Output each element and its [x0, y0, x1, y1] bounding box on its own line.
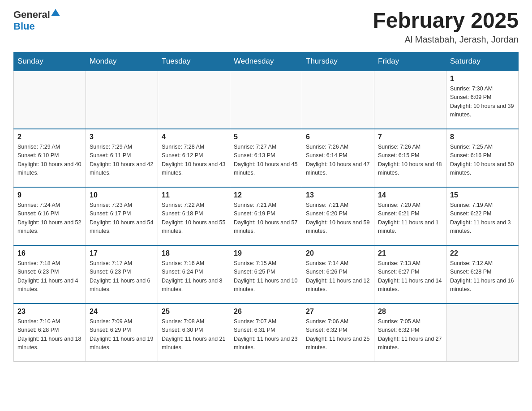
calendar-cell: 16Sunrise: 7:18 AM Sunset: 6:23 PM Dayli…	[14, 245, 86, 304]
day-number: 12	[234, 191, 298, 199]
day-info: Sunrise: 7:18 AM Sunset: 6:23 PM Dayligh…	[17, 259, 82, 294]
calendar-cell: 21Sunrise: 7:13 AM Sunset: 6:27 PM Dayli…	[374, 245, 446, 304]
calendar-cell	[230, 71, 302, 129]
calendar-cell	[86, 71, 158, 129]
calendar-cell	[302, 71, 374, 129]
calendar-cell	[158, 71, 230, 129]
day-info: Sunrise: 7:29 AM Sunset: 6:11 PM Dayligh…	[90, 143, 154, 178]
calendar-table: SundayMondayTuesdayWednesdayThursdayFrid…	[13, 52, 519, 362]
calendar-cell: 15Sunrise: 7:19 AM Sunset: 6:22 PM Dayli…	[446, 187, 519, 245]
day-info: Sunrise: 7:05 AM Sunset: 6:32 PM Dayligh…	[378, 317, 442, 352]
day-info: Sunrise: 7:19 AM Sunset: 6:22 PM Dayligh…	[450, 201, 515, 236]
col-header-tuesday: Tuesday	[158, 52, 230, 71]
calendar-cell: 23Sunrise: 7:10 AM Sunset: 6:28 PM Dayli…	[14, 304, 86, 362]
day-info: Sunrise: 7:29 AM Sunset: 6:10 PM Dayligh…	[17, 143, 82, 178]
day-info: Sunrise: 7:06 AM Sunset: 6:32 PM Dayligh…	[306, 317, 370, 352]
calendar-cell: 6Sunrise: 7:26 AM Sunset: 6:14 PM Daylig…	[302, 129, 374, 187]
calendar-cell: 14Sunrise: 7:20 AM Sunset: 6:21 PM Dayli…	[374, 187, 446, 245]
day-number: 13	[306, 191, 370, 199]
day-info: Sunrise: 7:30 AM Sunset: 6:09 PM Dayligh…	[450, 85, 515, 120]
calendar-cell: 11Sunrise: 7:22 AM Sunset: 6:18 PM Dayli…	[158, 187, 230, 245]
calendar-cell: 26Sunrise: 7:07 AM Sunset: 6:31 PM Dayli…	[230, 304, 302, 362]
day-info: Sunrise: 7:17 AM Sunset: 6:23 PM Dayligh…	[90, 259, 154, 294]
day-info: Sunrise: 7:08 AM Sunset: 6:30 PM Dayligh…	[162, 317, 226, 352]
calendar-cell	[374, 71, 446, 129]
day-info: Sunrise: 7:24 AM Sunset: 6:16 PM Dayligh…	[17, 201, 82, 236]
calendar-cell: 27Sunrise: 7:06 AM Sunset: 6:32 PM Dayli…	[302, 304, 374, 362]
calendar-cell: 9Sunrise: 7:24 AM Sunset: 6:16 PM Daylig…	[14, 187, 86, 245]
day-number: 23	[17, 308, 82, 316]
day-info: Sunrise: 7:26 AM Sunset: 6:14 PM Dayligh…	[306, 143, 370, 178]
day-info: Sunrise: 7:23 AM Sunset: 6:17 PM Dayligh…	[90, 201, 154, 236]
day-number: 11	[162, 191, 226, 199]
day-number: 25	[162, 308, 226, 316]
day-info: Sunrise: 7:20 AM Sunset: 6:21 PM Dayligh…	[378, 201, 442, 236]
logo-general: General	[13, 9, 50, 21]
calendar-cell: 13Sunrise: 7:21 AM Sunset: 6:20 PM Dayli…	[302, 187, 374, 245]
calendar-cell: 24Sunrise: 7:09 AM Sunset: 6:29 PM Dayli…	[86, 304, 158, 362]
day-info: Sunrise: 7:14 AM Sunset: 6:26 PM Dayligh…	[306, 259, 370, 294]
calendar-cell: 18Sunrise: 7:16 AM Sunset: 6:24 PM Dayli…	[158, 245, 230, 304]
col-header-wednesday: Wednesday	[230, 52, 302, 71]
day-info: Sunrise: 7:16 AM Sunset: 6:24 PM Dayligh…	[162, 259, 226, 294]
day-number: 16	[17, 249, 82, 257]
day-number: 20	[306, 249, 370, 257]
day-info: Sunrise: 7:09 AM Sunset: 6:29 PM Dayligh…	[90, 317, 154, 352]
day-info: Sunrise: 7:21 AM Sunset: 6:19 PM Dayligh…	[234, 201, 298, 236]
day-info: Sunrise: 7:22 AM Sunset: 6:18 PM Dayligh…	[162, 201, 226, 236]
day-info: Sunrise: 7:13 AM Sunset: 6:27 PM Dayligh…	[378, 259, 442, 294]
day-number: 2	[17, 133, 82, 141]
day-number: 18	[162, 249, 226, 257]
logo: General Blue	[13, 9, 60, 33]
day-info: Sunrise: 7:07 AM Sunset: 6:31 PM Dayligh…	[234, 317, 298, 352]
calendar-cell: 22Sunrise: 7:12 AM Sunset: 6:28 PM Dayli…	[446, 245, 519, 304]
day-info: Sunrise: 7:28 AM Sunset: 6:12 PM Dayligh…	[162, 143, 226, 178]
calendar-cell: 28Sunrise: 7:05 AM Sunset: 6:32 PM Dayli…	[374, 304, 446, 362]
day-number: 15	[450, 191, 515, 199]
day-number: 17	[90, 249, 154, 257]
day-number: 28	[378, 308, 442, 316]
logo-arrow-icon	[51, 8, 60, 19]
title-block: February 2025 Al Mastabah, Jerash, Jorda…	[373, 9, 519, 45]
col-header-sunday: Sunday	[14, 52, 86, 71]
day-number: 5	[234, 133, 298, 141]
calendar-cell: 12Sunrise: 7:21 AM Sunset: 6:19 PM Dayli…	[230, 187, 302, 245]
calendar-cell: 1Sunrise: 7:30 AM Sunset: 6:09 PM Daylig…	[446, 71, 519, 129]
day-number: 8	[450, 133, 515, 141]
calendar-cell: 3Sunrise: 7:29 AM Sunset: 6:11 PM Daylig…	[86, 129, 158, 187]
calendar-cell: 10Sunrise: 7:23 AM Sunset: 6:17 PM Dayli…	[86, 187, 158, 245]
day-number: 24	[90, 308, 154, 316]
calendar-title: February 2025	[373, 9, 519, 33]
col-header-thursday: Thursday	[302, 52, 374, 71]
calendar-subtitle: Al Mastabah, Jerash, Jordan	[373, 34, 519, 45]
calendar-cell: 5Sunrise: 7:27 AM Sunset: 6:13 PM Daylig…	[230, 129, 302, 187]
svg-marker-0	[51, 9, 60, 16]
calendar-cell: 19Sunrise: 7:15 AM Sunset: 6:25 PM Dayli…	[230, 245, 302, 304]
calendar-cell: 4Sunrise: 7:28 AM Sunset: 6:12 PM Daylig…	[158, 129, 230, 187]
calendar-cell: 17Sunrise: 7:17 AM Sunset: 6:23 PM Dayli…	[86, 245, 158, 304]
day-info: Sunrise: 7:12 AM Sunset: 6:28 PM Dayligh…	[450, 259, 515, 294]
day-number: 3	[90, 133, 154, 141]
day-number: 7	[378, 133, 442, 141]
day-number: 27	[306, 308, 370, 316]
calendar-cell: 25Sunrise: 7:08 AM Sunset: 6:30 PM Dayli…	[158, 304, 230, 362]
day-number: 21	[378, 249, 442, 257]
calendar-cell	[14, 71, 86, 129]
calendar-cell: 20Sunrise: 7:14 AM Sunset: 6:26 PM Dayli…	[302, 245, 374, 304]
calendar-cell: 2Sunrise: 7:29 AM Sunset: 6:10 PM Daylig…	[14, 129, 86, 187]
day-info: Sunrise: 7:25 AM Sunset: 6:16 PM Dayligh…	[450, 143, 515, 178]
day-number: 6	[306, 133, 370, 141]
day-number: 10	[90, 191, 154, 199]
calendar-cell: 7Sunrise: 7:26 AM Sunset: 6:15 PM Daylig…	[374, 129, 446, 187]
day-number: 9	[17, 191, 82, 199]
day-info: Sunrise: 7:27 AM Sunset: 6:13 PM Dayligh…	[234, 143, 298, 178]
day-number: 19	[234, 249, 298, 257]
day-number: 4	[162, 133, 226, 141]
page-header: General Blue February 2025 Al Mastabah, …	[13, 9, 519, 45]
col-header-monday: Monday	[86, 52, 158, 71]
day-info: Sunrise: 7:15 AM Sunset: 6:25 PM Dayligh…	[234, 259, 298, 294]
day-number: 26	[234, 308, 298, 316]
calendar-cell: 8Sunrise: 7:25 AM Sunset: 6:16 PM Daylig…	[446, 129, 519, 187]
col-header-friday: Friday	[374, 52, 446, 71]
day-info: Sunrise: 7:21 AM Sunset: 6:20 PM Dayligh…	[306, 201, 370, 236]
